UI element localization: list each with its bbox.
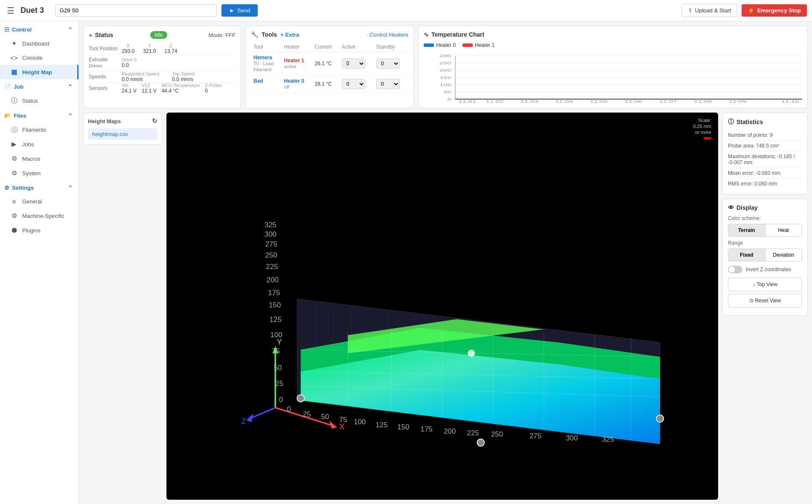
tools-title: 🔧 Tools + Extra bbox=[251, 31, 299, 38]
vin-value: 24.1 V bbox=[122, 88, 137, 94]
y-value: 321.0 bbox=[143, 48, 156, 54]
deviation-button[interactable]: Deviation bbox=[765, 249, 802, 261]
mcu-group: MCU Temperature 44.4 °C bbox=[162, 83, 200, 94]
sidebar-item-heightmap[interactable]: ▦ Height Map bbox=[0, 65, 79, 79]
heat-button[interactable]: Heat bbox=[765, 224, 802, 236]
heater0-legend-label: Heater 0 bbox=[436, 42, 456, 48]
svg-text:300: 300 bbox=[566, 434, 578, 442]
col-current: Current bbox=[312, 42, 339, 52]
z-value-group: Z 13.74 bbox=[164, 43, 177, 54]
stat-row: Probe area: 746.5 cm² bbox=[728, 141, 802, 151]
range-group: Fixed Deviation bbox=[728, 249, 802, 261]
x-value-group: X 293.0 bbox=[122, 43, 134, 54]
control-heaters-button[interactable]: · Control Heaters bbox=[367, 32, 408, 38]
macros-icon: ⚙ bbox=[10, 155, 18, 162]
heater-name: Heater 1 bbox=[284, 58, 304, 64]
v12-label: V12 bbox=[142, 83, 157, 88]
sidebar-item-dashboard[interactable]: ✦ Dashboard bbox=[0, 36, 79, 51]
current-cell: 26.1 °C bbox=[312, 52, 339, 75]
sidebar-files-label: Files bbox=[14, 113, 68, 119]
color-scheme-group: Terrain Heat bbox=[728, 224, 802, 237]
active-temp-select[interactable]: 0 bbox=[342, 79, 365, 89]
refresh-icon[interactable]: ↻ bbox=[152, 117, 157, 125]
fixed-button[interactable]: Fixed bbox=[728, 249, 765, 261]
standby-cell: 0 bbox=[374, 75, 408, 93]
upload-start-button[interactable]: ⇧ Upload & Start bbox=[681, 4, 738, 17]
heater1-legend-label: Heater 1 bbox=[475, 42, 495, 48]
main-layout: ☷ Control ⌃ ✦ Dashboard <> Console ▦ Hei… bbox=[0, 21, 812, 504]
svg-text:11:06: 11:06 bbox=[625, 99, 643, 103]
estop-icon: ⚡ bbox=[748, 7, 754, 14]
table-row: Hemera T0 - Load Filament Heater 1 activ… bbox=[251, 52, 408, 75]
machine-icon: ⚙ bbox=[10, 212, 18, 220]
heightmap-file-item[interactable]: heightmap.csv bbox=[88, 128, 157, 140]
tool-position-label: Tool Position bbox=[89, 43, 122, 55]
send-label: Send bbox=[237, 7, 250, 14]
sidebar-item-general[interactable]: ≡ General bbox=[0, 194, 79, 209]
heightmap-left-panel: Height Maps ↻ heightmap.csv bbox=[83, 113, 162, 500]
reset-view-button[interactable]: ⊙ Reset View bbox=[728, 294, 802, 307]
heightmap-section: Height Maps ↻ heightmap.csv Scale: 0.25 … bbox=[79, 113, 812, 504]
heightmap-files-header: Height Maps ↻ bbox=[88, 117, 157, 125]
display-title: 👁 Display bbox=[728, 204, 802, 211]
temp-chart-title-text: Temperature Chart bbox=[431, 31, 484, 38]
sidebar-group-settings[interactable]: ⚙ Settings ⌃ bbox=[0, 181, 79, 194]
temp-chart-header: ∿ Temperature Chart bbox=[424, 31, 802, 38]
sidebar-group-files[interactable]: 📂 Files ⌃ bbox=[0, 109, 79, 122]
send-button[interactable]: ► Send bbox=[221, 4, 258, 17]
menu-icon[interactable]: ☰ bbox=[5, 4, 16, 17]
emergency-stop-button[interactable]: ⚡ Emergency Stop bbox=[742, 4, 807, 17]
svg-text:11:10: 11:10 bbox=[781, 99, 799, 103]
sidebar-item-system[interactable]: ⚙ System bbox=[0, 166, 79, 180]
tools-wrench-icon: 🔧 bbox=[251, 31, 258, 38]
upload-icon: ⇧ bbox=[688, 7, 693, 14]
active-cell: 0 bbox=[339, 75, 374, 93]
standby-temp-select[interactable]: 0 bbox=[376, 58, 400, 69]
z-label: Z bbox=[164, 43, 177, 48]
svg-text:250: 250 bbox=[265, 251, 277, 259]
sidebar-group-job[interactable]: 📄 Job ⌃ bbox=[0, 80, 79, 93]
current-cell: 28.1 °C bbox=[312, 75, 339, 93]
terrain-button[interactable]: Terrain bbox=[728, 224, 765, 236]
job-icon: 📄 bbox=[4, 84, 11, 90]
svg-text:0: 0 bbox=[287, 405, 291, 413]
tool-cell: Bed bbox=[251, 75, 282, 93]
svg-text:200: 200 bbox=[439, 68, 451, 72]
heater-status: off bbox=[284, 84, 289, 90]
svg-text:11:03: 11:03 bbox=[521, 99, 538, 103]
svg-text:250: 250 bbox=[491, 430, 503, 438]
col-tool: Tool bbox=[251, 42, 282, 52]
sidebar-item-status[interactable]: ⓘ Status bbox=[0, 93, 79, 108]
sidebar-group-control[interactable]: ☷ Control ⌃ bbox=[0, 23, 79, 36]
sidebar-section-files: 📂 Files ⌃ ⚪ Filaments ▶ Jobs ⚙ Macros ⚙ … bbox=[0, 109, 79, 180]
drives-label: Drives bbox=[89, 63, 102, 68]
tool-sub2: Filament bbox=[253, 67, 271, 72]
svg-text:25: 25 bbox=[303, 410, 311, 418]
tool-sub: T0 - Load bbox=[253, 61, 274, 66]
heightmap-right-panel: ⓘ Statistics Number of points: 9Probe ar… bbox=[722, 113, 808, 500]
sidebar-item-plugins[interactable]: ⬢ Plugins bbox=[0, 223, 79, 238]
sidebar-console-label: Console bbox=[22, 55, 43, 61]
svg-text:50: 50 bbox=[443, 90, 451, 94]
heater1-legend-color bbox=[463, 43, 473, 47]
sidebar-item-macros[interactable]: ⚙ Macros bbox=[0, 151, 79, 166]
standby-temp-select[interactable]: 0 bbox=[376, 79, 400, 89]
chevron-up-icon: ⌃ bbox=[68, 26, 73, 33]
heightmap-icon: ▦ bbox=[10, 68, 18, 76]
active-temp-select[interactable]: 0 bbox=[342, 58, 365, 69]
stat-row: Maximum deviations: -0.185 / -0.007 mm bbox=[728, 151, 802, 168]
display-panel: 👁 Display Color scheme: Terrain Heat Ran… bbox=[722, 199, 808, 316]
extruder-values: Drive 0 0.0 bbox=[122, 55, 236, 71]
top-view-button[interactable]: ↓ Top View bbox=[728, 278, 802, 291]
col-standby: Standby bbox=[374, 42, 408, 52]
command-input[interactable] bbox=[55, 4, 217, 17]
sidebar-item-filaments[interactable]: ⚪ Filaments bbox=[0, 122, 79, 137]
sensors-values: Vin 24.1 V V12 12.1 V MCU Temperature 44… bbox=[122, 83, 236, 94]
content-area: ● Status Idle Mode: FFF Tool Position X bbox=[79, 21, 812, 504]
invert-z-toggle[interactable] bbox=[728, 266, 742, 273]
col-heater: Heater bbox=[282, 42, 312, 52]
sidebar-item-console[interactable]: <> Console bbox=[0, 51, 79, 65]
sidebar-item-machine[interactable]: ⚙ Machine-Specific bbox=[0, 209, 79, 223]
sidebar-item-jobs[interactable]: ▶ Jobs bbox=[0, 137, 79, 151]
tools-extra-button[interactable]: + Extra bbox=[280, 32, 299, 38]
